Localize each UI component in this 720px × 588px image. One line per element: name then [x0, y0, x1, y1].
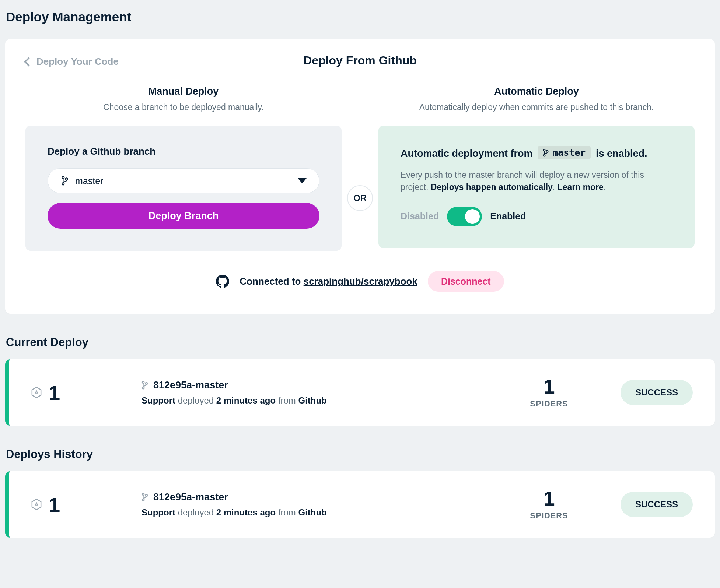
auto-description: Every push to the master branch will dep…	[401, 169, 672, 194]
spiders-label: SPIDERS	[501, 399, 597, 409]
svg-point-11	[146, 494, 147, 496]
svg-point-6	[142, 381, 144, 383]
manual-deploy-title: Manual Deploy	[25, 86, 342, 97]
svg-point-3	[544, 149, 545, 151]
deploy-hex-icon	[31, 498, 42, 511]
svg-point-2	[66, 178, 68, 180]
deploy-action: deployed	[175, 507, 216, 517]
deploy-from: from	[276, 507, 298, 517]
svg-point-4	[544, 154, 545, 156]
svg-point-1	[62, 183, 64, 185]
auto-branch-name: master	[552, 147, 586, 158]
history-row[interactable]: 1 812e95a-master Support deployed 2 minu…	[5, 471, 715, 538]
connected-prefix: Connected to	[240, 276, 303, 287]
auto-heading-prefix: Automatic deployment from	[401, 148, 533, 159]
auto-deploy-toggle[interactable]	[447, 207, 482, 226]
deploy-from: from	[276, 395, 298, 405]
deploy-commit-line: 812e95a-master	[141, 492, 501, 503]
deploy-github-card: Deploy Your Code Deploy From Github Manu…	[5, 39, 715, 314]
branch-select[interactable]: master	[48, 168, 319, 193]
connected-row: Connected to scrapinghub/scrapybook Disc…	[25, 271, 695, 292]
status-cell: SUCCESS	[597, 492, 693, 517]
deploy-options: Manual Deploy Choose a branch to be depl…	[25, 86, 695, 251]
deploy-info: 812e95a-master Support deployed 2 minute…	[141, 492, 501, 518]
auto-desc-bold: Deploys happen automatically	[431, 182, 553, 192]
caret-down-icon	[298, 178, 307, 183]
current-deploy-row[interactable]: 1 812e95a-master Support deployed 2 minu…	[5, 359, 715, 426]
branch-select-value: master	[75, 176, 103, 186]
branch-icon	[61, 176, 69, 186]
history-title: Deploys History	[6, 448, 715, 461]
status-cell: SUCCESS	[597, 380, 693, 405]
manual-deploy-column: Manual Deploy Choose a branch to be depl…	[25, 86, 342, 251]
auto-deploy-sub: Automatically deploy when commits are pu…	[378, 102, 695, 112]
deploy-id-cell: 1	[31, 493, 141, 517]
spiders-cell: 1 SPIDERS	[501, 488, 597, 521]
svg-point-8	[146, 383, 147, 384]
deploy-user: Support	[141, 507, 175, 517]
card-title: Deploy From Github	[25, 54, 695, 67]
chevron-left-icon	[24, 57, 33, 66]
svg-point-5	[546, 150, 548, 152]
deploy-commit-line: 812e95a-master	[141, 380, 501, 391]
auto-toggle-row: Disabled Enabled	[401, 207, 672, 226]
deploy-info: 812e95a-master Support deployed 2 minute…	[141, 380, 501, 406]
disabled-label: Disabled	[401, 211, 439, 222]
svg-point-7	[142, 387, 144, 389]
auto-deploy-column: Automatic Deploy Automatically deploy wh…	[378, 86, 695, 251]
deploy-user: Support	[141, 395, 175, 405]
deploy-hex-icon	[31, 386, 42, 399]
learn-more-link[interactable]: Learn more	[558, 182, 604, 192]
back-link-label: Deploy Your Code	[36, 56, 119, 67]
enabled-label: Enabled	[490, 211, 526, 222]
deploy-id: 1	[49, 493, 60, 517]
spiders-cell: 1 SPIDERS	[501, 376, 597, 409]
deploy-commit: 812e95a-master	[153, 492, 228, 503]
status-badge: SUCCESS	[621, 380, 693, 405]
deploy-branch-button[interactable]: Deploy Branch	[48, 203, 319, 229]
auto-desc-3: .	[553, 182, 558, 192]
disconnect-button[interactable]: Disconnect	[428, 271, 504, 292]
deploy-id-cell: 1	[31, 381, 141, 405]
deploy-meta: Support deployed 2 minutes ago from Gith…	[141, 395, 501, 406]
auto-deploy-panel: Automatic deployment from master is enab…	[378, 126, 695, 248]
svg-point-0	[62, 177, 64, 179]
repo-link[interactable]: scrapinghub/scrapybook	[304, 276, 417, 287]
auto-deploy-title: Automatic Deploy	[378, 86, 695, 97]
auto-heading: Automatic deployment from master is enab…	[401, 148, 647, 159]
branch-icon	[141, 381, 148, 390]
branch-icon	[141, 493, 148, 501]
current-deploy-title: Current Deploy	[6, 336, 715, 349]
back-link[interactable]: Deploy Your Code	[25, 56, 119, 67]
column-divider: OR	[342, 86, 378, 251]
connected-text: Connected to scrapinghub/scrapybook	[240, 276, 417, 287]
spiders-count: 1	[501, 376, 597, 397]
deploy-id: 1	[49, 381, 60, 405]
auto-heading-suffix: is enabled.	[596, 148, 647, 159]
deploy-source: Github	[298, 395, 326, 405]
card-header: Deploy Your Code Deploy From Github	[25, 54, 695, 67]
auto-branch-chip: master	[538, 146, 591, 159]
branch-icon	[543, 149, 549, 157]
deploy-action: deployed	[175, 395, 216, 405]
status-badge: SUCCESS	[621, 492, 693, 517]
spiders-label: SPIDERS	[501, 511, 597, 521]
spiders-count: 1	[501, 488, 597, 509]
github-icon	[216, 275, 229, 288]
manual-deploy-panel: Deploy a Github branch master Deploy Bra…	[25, 126, 342, 251]
page-title: Deploy Management	[6, 10, 715, 24]
deploy-commit: 812e95a-master	[153, 380, 228, 391]
or-badge: OR	[347, 185, 373, 211]
svg-point-9	[142, 493, 144, 495]
manual-deploy-sub: Choose a branch to be deployed manually.	[25, 102, 342, 112]
deploy-meta: Support deployed 2 minutes ago from Gith…	[141, 507, 501, 518]
deploy-time: 2 minutes ago	[216, 395, 276, 405]
deploy-time: 2 minutes ago	[216, 507, 276, 517]
svg-point-10	[142, 499, 144, 501]
toggle-knob	[465, 209, 480, 224]
manual-panel-label: Deploy a Github branch	[48, 146, 319, 157]
deploy-source: Github	[298, 507, 326, 517]
period: .	[604, 182, 606, 192]
